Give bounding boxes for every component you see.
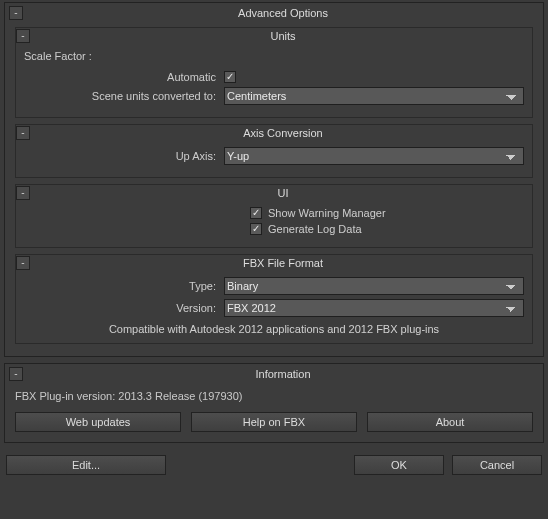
automatic-checkbox[interactable] — [224, 71, 236, 83]
ui-title: UI — [34, 187, 532, 199]
axis-group: - Axis Conversion Up Axis: Y-up — [15, 124, 533, 178]
information-collapse[interactable]: - — [9, 367, 23, 381]
show-warning-label: Show Warning Manager — [268, 207, 386, 219]
automatic-label: Automatic — [24, 71, 224, 83]
axis-collapse[interactable]: - — [16, 126, 30, 140]
help-on-fbx-button[interactable]: Help on FBX — [191, 412, 357, 432]
scale-factor-label: Scale Factor : — [24, 50, 524, 62]
about-button[interactable]: About — [367, 412, 533, 432]
fbx-collapse[interactable]: - — [16, 256, 30, 270]
spacer — [174, 455, 346, 475]
advanced-options-title: Advanced Options — [27, 7, 539, 19]
units-title: Units — [34, 30, 532, 42]
axis-title: Axis Conversion — [34, 127, 532, 139]
advanced-options-panel: - Advanced Options - Units Scale Factor … — [4, 2, 544, 357]
up-axis-label: Up Axis: — [24, 150, 224, 162]
units-group: - Units Scale Factor : Automatic Scene u… — [15, 27, 533, 118]
cancel-button[interactable]: Cancel — [452, 455, 542, 475]
fbx-group: - FBX File Format Type: Binary Version: … — [15, 254, 533, 344]
units-collapse[interactable]: - — [16, 29, 30, 43]
version-label: Version: — [24, 302, 224, 314]
ui-group: - UI Show Warning Manager Generate Log D… — [15, 184, 533, 248]
edit-button[interactable]: Edit... — [6, 455, 166, 475]
fbx-title: FBX File Format — [34, 257, 532, 269]
up-axis-select[interactable]: Y-up — [224, 147, 524, 165]
information-title: Information — [27, 368, 539, 380]
ui-collapse[interactable]: - — [16, 186, 30, 200]
plugin-version-text: FBX Plug-in version: 2013.3 Release (197… — [15, 390, 537, 402]
scene-units-select[interactable]: Centimeters — [224, 87, 524, 105]
ok-button[interactable]: OK — [354, 455, 444, 475]
type-label: Type: — [24, 280, 224, 292]
version-select[interactable]: FBX 2012 — [224, 299, 524, 317]
information-panel: - Information FBX Plug-in version: 2013.… — [4, 363, 544, 443]
generate-log-label: Generate Log Data — [268, 223, 362, 235]
scene-units-label: Scene units converted to: — [24, 90, 224, 102]
dialog-button-bar: Edit... OK Cancel — [0, 447, 548, 481]
compat-text: Compatible with Autodesk 2012 applicatio… — [24, 323, 524, 335]
advanced-options-collapse[interactable]: - — [9, 6, 23, 20]
generate-log-checkbox[interactable] — [250, 223, 262, 235]
show-warning-checkbox[interactable] — [250, 207, 262, 219]
web-updates-button[interactable]: Web updates — [15, 412, 181, 432]
type-select[interactable]: Binary — [224, 277, 524, 295]
